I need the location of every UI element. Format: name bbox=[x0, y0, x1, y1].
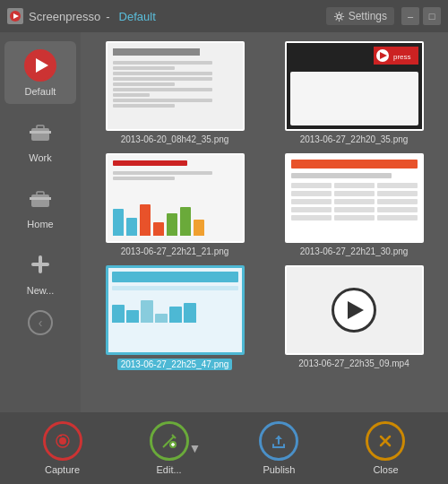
gallery-label-2: 2013-06-27_22h20_35.png bbox=[300, 134, 409, 144]
svg-point-16 bbox=[59, 437, 66, 445]
capture-icon bbox=[43, 421, 82, 461]
edit-label: Edit... bbox=[156, 464, 181, 475]
sidebar: Default Work Home bbox=[0, 32, 81, 412]
svg-rect-7 bbox=[37, 192, 44, 196]
gallery: 2013-06-20_08h42_35.png press bbox=[81, 32, 448, 412]
sidebar-item-work[interactable]: Work bbox=[4, 108, 76, 170]
thumbnail-6 bbox=[285, 265, 424, 355]
edit-group: Edit... ▼ bbox=[141, 416, 202, 480]
edit-icon bbox=[150, 421, 189, 461]
svg-rect-4 bbox=[37, 125, 44, 130]
home-icon bbox=[23, 181, 57, 215]
publish-label: Publish bbox=[263, 464, 295, 475]
svg-text:press: press bbox=[393, 53, 411, 61]
sidebar-label-home: Home bbox=[27, 219, 53, 229]
main-content: Default Work Home bbox=[0, 32, 448, 412]
capture-button[interactable]: Capture bbox=[34, 416, 91, 480]
screenpresso-icon bbox=[7, 8, 23, 24]
gallery-label-5: 2013-06-27_22h25_47.png bbox=[117, 359, 233, 370]
close-icon bbox=[366, 421, 405, 461]
gallery-item-3[interactable]: 2013-06-27_22h21_21.png bbox=[90, 153, 260, 256]
sidebar-label-new: New... bbox=[27, 285, 55, 296]
window-controls: – □ bbox=[401, 7, 441, 25]
capture-label: Capture bbox=[45, 464, 80, 475]
gallery-label-4: 2013-06-27_22h21_30.png bbox=[300, 246, 409, 256]
title-separator: - bbox=[106, 10, 109, 23]
close-button[interactable]: Close bbox=[357, 416, 414, 480]
minimize-button[interactable]: – bbox=[401, 7, 419, 25]
gallery-item-2[interactable]: press 2013-06-27_22h20_35.png bbox=[269, 41, 439, 144]
svg-line-19 bbox=[163, 444, 167, 447]
toolbar: Capture Edit... ▼ bbox=[0, 412, 448, 484]
edit-dropdown-arrow[interactable]: ▼ bbox=[189, 441, 202, 455]
svg-point-2 bbox=[337, 14, 341, 19]
svg-rect-5 bbox=[30, 131, 51, 134]
default-icon bbox=[23, 48, 57, 82]
maximize-button[interactable]: □ bbox=[423, 7, 441, 25]
svg-rect-8 bbox=[30, 197, 51, 200]
work-icon bbox=[23, 115, 57, 149]
gallery-label-6: 2013-06-27_22h35_09.mp4 bbox=[298, 359, 409, 368]
thumbnail-3 bbox=[106, 153, 245, 243]
gallery-label-1: 2013-06-20_08h42_35.png bbox=[121, 134, 229, 144]
sidebar-item-home[interactable]: Home bbox=[4, 174, 76, 237]
gallery-item-5[interactable]: 2013-06-27_22h25_47.png bbox=[90, 265, 260, 370]
settings-button[interactable]: Settings bbox=[326, 7, 394, 25]
close-label: Close bbox=[373, 464, 398, 475]
sidebar-item-default[interactable]: Default bbox=[4, 41, 76, 104]
publish-icon bbox=[259, 421, 298, 461]
settings-label: Settings bbox=[349, 10, 387, 22]
app-title: Screenpresso bbox=[29, 10, 100, 23]
gallery-label-3: 2013-06-27_22h21_21.png bbox=[121, 246, 229, 256]
thumbnail-2: press bbox=[285, 41, 424, 131]
thumbnail-5 bbox=[106, 265, 245, 355]
thumbnail-1 bbox=[106, 41, 245, 131]
svg-rect-17 bbox=[59, 435, 62, 436]
svg-rect-10 bbox=[31, 263, 49, 266]
new-icon bbox=[23, 247, 57, 281]
thumbnail-4 bbox=[285, 153, 424, 243]
title-bar-left: Screenpresso - Default bbox=[7, 8, 156, 24]
gallery-item-4[interactable]: 2013-06-27_22h21_30.png bbox=[269, 153, 439, 256]
nav-back-button[interactable]: ‹ bbox=[28, 310, 53, 335]
publish-button[interactable]: Publish bbox=[250, 416, 307, 480]
gallery-item-1[interactable]: 2013-06-20_08h42_35.png bbox=[90, 41, 260, 144]
gallery-item-6[interactable]: 2013-06-27_22h35_09.mp4 bbox=[269, 265, 439, 370]
sidebar-label-default: Default bbox=[25, 86, 56, 97]
sidebar-label-work: Work bbox=[29, 152, 51, 163]
profile-label: Default bbox=[119, 10, 156, 23]
title-bar: Screenpresso - Default Settings – □ bbox=[0, 0, 448, 32]
play-icon bbox=[332, 288, 376, 333]
sidebar-item-new[interactable]: New... bbox=[4, 240, 76, 303]
